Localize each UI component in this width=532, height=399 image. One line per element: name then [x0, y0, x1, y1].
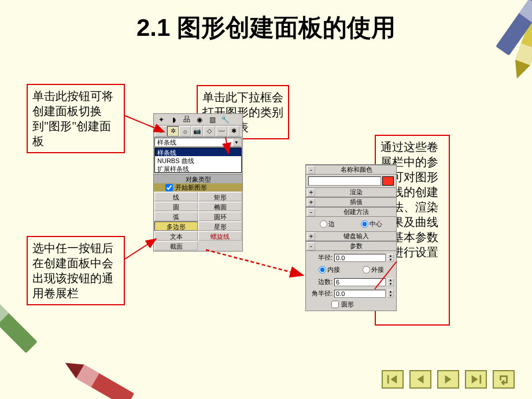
shape-donut-button[interactable]: 圆环	[198, 212, 242, 221]
geometry-icon[interactable]: ○	[155, 126, 167, 136]
shape-ngon-button[interactable]: 多边形	[154, 221, 198, 231]
start-new-shape-row: 开始新图形	[154, 183, 242, 191]
shape-arc-button[interactable]: 弧	[154, 212, 198, 221]
shape-text-button[interactable]: 文本	[154, 231, 198, 241]
radius-field[interactable]: 0.0	[334, 254, 386, 262]
svg-rect-11	[479, 375, 481, 384]
expand-icon[interactable]: +	[307, 198, 315, 206]
circumscribed-radio-label[interactable]: 外接	[363, 265, 384, 274]
sides-label: 边数:	[308, 278, 332, 286]
svg-marker-7	[390, 375, 397, 384]
svg-rect-6	[387, 375, 389, 384]
rollout-label: 名称和颜色	[316, 165, 396, 174]
edge-radio[interactable]	[320, 220, 327, 228]
start-new-shape-checkbox[interactable]	[165, 184, 173, 191]
object-type-header: 对象类型	[154, 174, 242, 183]
inscribed-radio[interactable]	[319, 266, 326, 274]
edge-radio-label[interactable]: 边	[320, 220, 335, 228]
collapse-icon[interactable]: -	[307, 208, 315, 216]
main-tab-row: ✦ ◗ 品 ◉ ▥ 🔧	[154, 114, 242, 125]
circular-label: 圆形	[341, 300, 354, 309]
rollout-name-color[interactable]: - 名称和颜色	[306, 165, 396, 175]
utilities-tab-icon[interactable]: 🔧	[219, 114, 231, 125]
object-color-swatch[interactable]	[382, 176, 394, 186]
circumscribed-radio[interactable]	[363, 266, 370, 274]
shape-button-grid: 线 矩形 圆 椭圆 弧 圆环 多边形 星形 文本 螺旋线 截面	[154, 191, 242, 251]
expand-icon[interactable]: +	[307, 232, 315, 241]
corner-radius-field[interactable]: 0.0	[334, 290, 386, 298]
create-tab-icon[interactable]: ✦	[155, 114, 168, 125]
crayon-decoration	[61, 356, 135, 399]
slide-nav	[382, 370, 515, 389]
create-panel: ✦ ◗ 品 ◉ ▥ 🔧 ○ ✲ ☼ 📷 ◇ 〰 ✱ 样条线 ▼ 样条线 NURB…	[153, 113, 243, 252]
radius-spinner[interactable]: ▲▼	[387, 254, 394, 262]
shape-helix-button[interactable]: 螺旋线	[198, 231, 242, 241]
shape-rectangle-button[interactable]: 矩形	[198, 192, 242, 201]
nav-prev-button[interactable]	[409, 370, 431, 389]
start-new-shape-label: 开始新图形	[175, 183, 207, 192]
systems-icon[interactable]: ✱	[228, 126, 239, 136]
svg-line-3	[125, 239, 156, 259]
sides-field[interactable]: 6	[334, 278, 386, 286]
dropdown-list: 样条线 NURBS 曲线 扩展样条线	[154, 147, 242, 173]
rollout-label: 创建方法	[316, 208, 396, 216]
shape-ellipse-button[interactable]: 椭圆	[198, 202, 242, 211]
center-radio[interactable]	[361, 220, 368, 228]
dropdown-item[interactable]: NURBS 曲线	[155, 156, 241, 164]
shape-circle-button[interactable]: 圆	[154, 202, 198, 211]
collapse-icon[interactable]: -	[307, 242, 315, 250]
display-tab-icon[interactable]: ▥	[206, 114, 219, 125]
callout-shape-button: 单击此按钮可将创建面板切换到"图形"创建面板	[27, 84, 125, 153]
hierarchy-tab-icon[interactable]: 品	[180, 114, 193, 125]
svg-marker-10	[472, 375, 478, 384]
nav-last-button[interactable]	[465, 370, 487, 389]
nav-first-button[interactable]	[382, 370, 404, 389]
helpers-icon[interactable]: ◇	[204, 126, 215, 136]
shape-category-dropdown[interactable]: 样条线 ▼	[154, 138, 242, 147]
corner-radius-label: 角半径:	[308, 289, 332, 298]
spacewarps-icon[interactable]: 〰	[216, 126, 227, 136]
dropdown-selected: 样条线	[157, 138, 176, 147]
shape-line-button[interactable]: 线	[154, 192, 198, 201]
circular-checkbox[interactable]	[331, 301, 339, 308]
object-name-field[interactable]	[308, 176, 381, 186]
svg-line-4	[206, 250, 303, 275]
motion-tab-icon[interactable]: ◉	[193, 114, 206, 125]
title-text: 图形创建面板的使用	[177, 14, 396, 41]
shape-star-button[interactable]: 星形	[198, 221, 242, 231]
arrow-overlay	[0, 0, 532, 399]
rollout-render[interactable]: + 渲染	[306, 188, 396, 197]
sides-spinner[interactable]: ▲▼	[387, 278, 394, 286]
lights-icon[interactable]: ☼	[179, 126, 191, 136]
svg-marker-8	[418, 375, 424, 384]
shapes-icon[interactable]: ✲	[167, 126, 179, 136]
rollout-interpolation[interactable]: + 插值	[306, 198, 396, 207]
nav-return-button[interactable]	[493, 370, 515, 389]
params-panel: - 名称和颜色 + 渲染 + 插值 - 创建方法 边 中心	[305, 164, 397, 311]
dropdown-item[interactable]: 样条线	[155, 148, 241, 156]
cameras-icon[interactable]: 📷	[191, 126, 203, 136]
modify-tab-icon[interactable]: ◗	[168, 114, 180, 125]
rollout-keyboard-entry[interactable]: + 键盘输入	[306, 232, 396, 241]
title-number: 2.1	[136, 14, 170, 41]
rollout-label: 参数	[316, 242, 396, 250]
center-radio-label[interactable]: 中心	[361, 220, 382, 228]
inscribed-radio-label[interactable]: 内接	[319, 265, 340, 274]
svg-marker-9	[445, 375, 452, 384]
corner-radius-spinner[interactable]: ▲▼	[387, 290, 394, 298]
rollout-label: 渲染	[316, 188, 396, 197]
rollout-creation-method[interactable]: - 创建方法	[306, 208, 396, 217]
rollout-label: 键盘输入	[316, 232, 396, 241]
dropdown-arrow-icon[interactable]: ▼	[232, 138, 241, 146]
nav-next-button[interactable]	[437, 370, 459, 389]
rollout-parameters[interactable]: - 参数	[306, 242, 396, 251]
category-row: ○ ✲ ☼ 📷 ◇ 〰 ✱	[154, 125, 242, 137]
dropdown-item[interactable]: 扩展样条线	[155, 164, 241, 172]
page-title: 2.1 图形创建面板的使用	[0, 12, 532, 44]
callout-selected-button: 选中任一按钮后在创建面板中会出现该按钮的通用卷展栏	[27, 236, 125, 305]
expand-icon[interactable]: +	[307, 189, 315, 197]
rollout-label: 插值	[316, 198, 396, 206]
collapse-icon[interactable]: -	[307, 166, 315, 174]
shape-section-button[interactable]: 截面	[154, 241, 198, 250]
radius-label: 半径:	[308, 253, 332, 262]
